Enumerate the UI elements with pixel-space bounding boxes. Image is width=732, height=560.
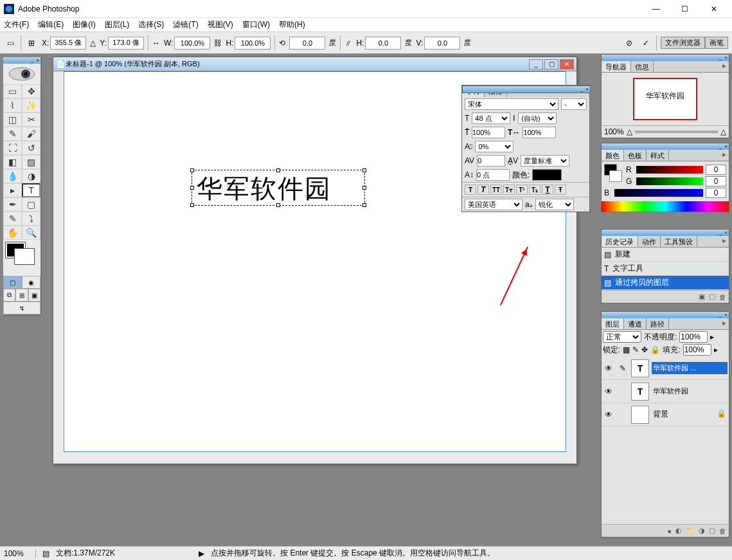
tab-file-browser[interactable]: 文件浏览器 — [661, 37, 705, 49]
history-item[interactable]: ▤新建 — [602, 248, 729, 262]
g-slider[interactable] — [636, 177, 703, 185]
nav-panel-minimize-icon[interactable]: _ — [718, 55, 723, 60]
tab-color[interactable]: 颜色 — [602, 150, 624, 161]
nav-zoom-in-icon[interactable]: △ — [720, 127, 726, 136]
tab-paths[interactable]: 路径 — [647, 318, 669, 329]
menu-window[interactable]: 窗口(W) — [242, 19, 270, 30]
visibility-icon[interactable]: 👁 — [603, 364, 614, 373]
h-input[interactable] — [235, 37, 271, 50]
eraser-tool-icon[interactable]: ◧ — [3, 155, 22, 169]
w-input[interactable] — [174, 37, 210, 50]
color-spectrum[interactable] — [602, 201, 729, 212]
healing-tool-icon[interactable]: ✎ — [3, 127, 22, 141]
r-slider[interactable] — [636, 166, 703, 174]
font-family-select[interactable]: 宋体 — [465, 98, 558, 110]
menu-image[interactable]: 图像(I) — [73, 19, 95, 30]
new-layer-icon[interactable]: ▢ — [709, 527, 715, 535]
link-xy-icon[interactable]: △ — [90, 39, 96, 48]
b-input[interactable] — [706, 188, 726, 198]
history-item[interactable]: ▤通过拷贝的图层 — [602, 276, 729, 290]
toolbox-minimize-icon[interactable]: _ — [30, 58, 35, 63]
lock-position-icon[interactable]: ✥ — [641, 345, 648, 354]
screen-mode-3-icon[interactable]: ▣ — [28, 289, 40, 302]
smallcaps-button[interactable]: Tᴛ — [503, 185, 515, 195]
transform-box[interactable] — [192, 170, 365, 206]
vscale-input[interactable] — [472, 127, 505, 138]
eyedropper-tool-icon[interactable]: ⤵ — [22, 212, 40, 226]
text-color-swatch[interactable] — [532, 169, 562, 181]
lock-transparent-icon[interactable]: ▩ — [623, 345, 630, 354]
nav-panel-close-icon[interactable]: × — [723, 55, 729, 60]
history-panel-minimize-icon[interactable]: _ — [718, 230, 723, 235]
link-wh-icon[interactable]: ⛓ — [214, 39, 222, 48]
color-panel-menu-icon[interactable]: ▸ — [720, 150, 729, 161]
hscale-input[interactable] — [522, 127, 556, 138]
stamp-tool-icon[interactable]: ⛶ — [3, 141, 22, 155]
x-input[interactable] — [50, 37, 86, 50]
layers-panel-close-icon[interactable]: × — [723, 312, 729, 318]
delete-layer-icon[interactable]: 🗑 — [719, 527, 726, 535]
nav-panel-menu-icon[interactable]: ▸ — [720, 61, 729, 72]
lock-pixels-icon[interactable]: ✎ — [632, 345, 639, 354]
opacity-menu-icon[interactable]: ▸ — [710, 332, 714, 341]
path-tool-icon[interactable]: ▸ — [3, 183, 22, 197]
crop-tool-icon[interactable]: ◫ — [3, 113, 22, 127]
layer-name[interactable]: 华军软件园 ... — [652, 362, 728, 374]
layer-row[interactable]: 👁 ✎ T 华军软件园 ... — [602, 357, 729, 380]
tab-layers[interactable]: 图层 — [602, 318, 624, 329]
subscript-button[interactable]: T₁ — [529, 185, 540, 195]
leading-select[interactable]: (自动) — [518, 113, 557, 124]
close-button[interactable]: ✕ — [699, 0, 728, 18]
shape-tool-icon[interactable]: ▢ — [22, 197, 40, 212]
visibility-icon[interactable]: 👁 — [603, 387, 614, 396]
char-panel-minimize-icon[interactable]: _ — [579, 87, 584, 92]
history-panel-menu-icon[interactable]: ▸ — [720, 236, 729, 247]
tab-styles[interactable]: 样式 — [647, 150, 669, 161]
brush-tool-icon[interactable]: 🖌 — [22, 127, 40, 141]
menu-file[interactable]: 文件(F) — [4, 19, 29, 30]
layer-style-icon[interactable]: ● — [667, 527, 672, 535]
link-icon[interactable]: ✎ — [617, 364, 629, 373]
navigator-preview[interactable]: 华军软件园 — [633, 78, 697, 120]
maximize-button[interactable]: ☐ — [670, 0, 699, 18]
layers-panel-menu-icon[interactable]: ▸ — [720, 318, 729, 329]
new-doc-from-state-icon[interactable]: ▢ — [709, 293, 715, 301]
skewv-input[interactable] — [424, 37, 460, 50]
tab-swatches[interactable]: 色板 — [624, 150, 647, 161]
menu-layer[interactable]: 图层(L) — [105, 19, 130, 30]
standard-mode-icon[interactable]: ▢ — [3, 276, 22, 289]
hand-tool-icon[interactable]: ✋ — [3, 226, 22, 240]
antialias-select[interactable]: 锐化 — [535, 199, 574, 210]
layer-row[interactable]: 👁 T 华军软件园 — [602, 380, 729, 403]
commit-transform-icon[interactable]: ✓ — [639, 37, 652, 50]
lock-all-icon[interactable]: 🔒 — [650, 345, 660, 354]
screen-mode-1-icon[interactable]: ⧉ — [3, 289, 15, 302]
gradient-tool-icon[interactable]: ▨ — [22, 155, 40, 169]
color-panel-minimize-icon[interactable]: _ — [718, 144, 723, 149]
allcaps-button[interactable]: TT — [490, 185, 502, 195]
nav-zoom-out-icon[interactable]: △ — [627, 127, 632, 136]
language-select[interactable]: 美国英语 — [465, 199, 522, 210]
strikethrough-button[interactable]: Ŧ — [555, 185, 566, 195]
history-item[interactable]: T文字工具 — [602, 262, 729, 276]
char-panel-close-icon[interactable]: × — [584, 87, 590, 92]
blend-mode-select[interactable]: 正常 — [603, 331, 641, 343]
reference-point-icon[interactable]: ⊞ — [25, 37, 38, 50]
underline-button[interactable]: T — [542, 185, 553, 195]
dodge-tool-icon[interactable]: ◑ — [22, 169, 40, 183]
zoom-tool-icon[interactable]: 🔍 — [22, 226, 40, 240]
r-input[interactable] — [706, 165, 726, 175]
layer-name[interactable]: 华军软件园 — [652, 385, 728, 397]
tab-presets[interactable]: 工具预设 — [661, 236, 697, 247]
skewh-input[interactable] — [365, 37, 401, 50]
tracking-input[interactable] — [477, 155, 505, 167]
color-panel-close-icon[interactable]: × — [723, 144, 729, 149]
menu-filter[interactable]: 滤镜(T) — [173, 19, 198, 30]
fill-menu-icon[interactable]: ▸ — [714, 345, 718, 354]
menu-select[interactable]: 选择(S) — [138, 19, 164, 30]
history-brush-tool-icon[interactable]: ↺ — [22, 141, 40, 155]
status-menu-icon[interactable]: ▤ — [42, 549, 49, 558]
doc-minimize-button[interactable]: _ — [529, 59, 543, 69]
transform-tool-icon[interactable]: ▭ — [4, 37, 17, 50]
font-size-select[interactable]: 48 点 — [472, 113, 510, 124]
